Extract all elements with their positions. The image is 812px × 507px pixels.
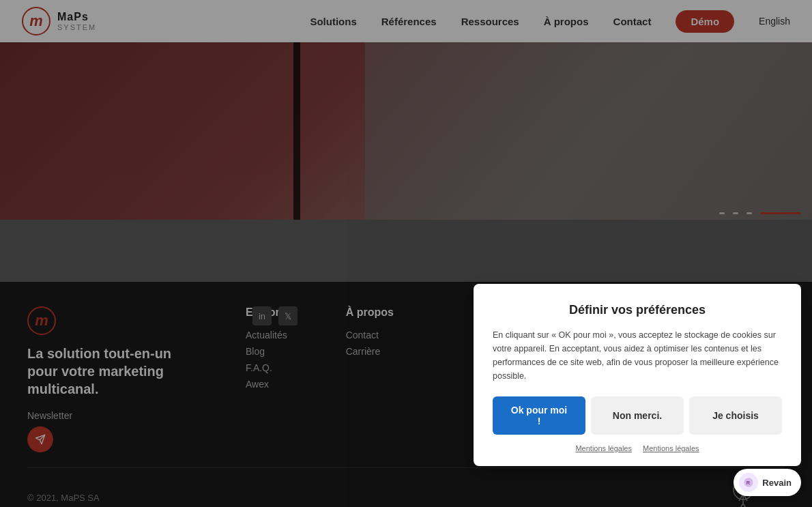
cookie-mentions-2[interactable]: Mentions légales (643, 444, 699, 452)
revain-icon: R (739, 473, 758, 492)
revain-widget[interactable]: R Revain (734, 469, 801, 496)
revain-label: Revain (762, 478, 792, 488)
cookie-ok-button[interactable]: Ok pour moi ! (493, 396, 585, 435)
cookie-mentions-1[interactable]: Mentions légales (575, 444, 632, 452)
cookie-choix-button[interactable]: Je choisis (689, 396, 782, 435)
cookie-text: En cliquant sur « OK pour moi », vous ac… (493, 328, 782, 383)
cookie-modal: Définir vos préférences En cliquant sur … (474, 284, 801, 466)
revain-logo-icon: R (743, 477, 754, 488)
cookie-links: Mentions légales Mentions légales (493, 444, 782, 452)
cookie-title: Définir vos préférences (493, 303, 782, 317)
cookie-non-button[interactable]: Non merci. (591, 396, 684, 435)
modal-overlay: Définir vos préférences En cliquant sur … (0, 0, 812, 507)
svg-text:R: R (746, 480, 751, 486)
cookie-buttons: Ok pour moi ! Non merci. Je choisis (493, 396, 782, 435)
